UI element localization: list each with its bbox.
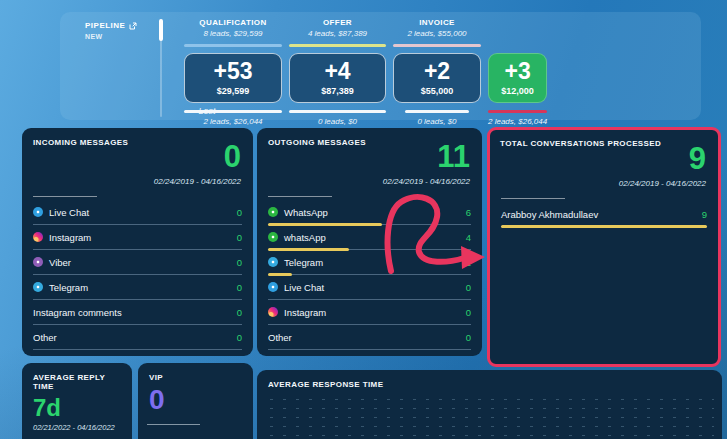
panel-title: TOTAL CONVERSATIONS PROCESSED: [500, 139, 708, 148]
stage-lost-bar: [488, 110, 547, 113]
stage-card-count: +2: [424, 60, 450, 83]
average-reply-time-panel: AVERAGE REPLY TIME 7d 02/21/2022 - 04/16…: [22, 363, 132, 439]
channel-label: Instagram: [49, 232, 237, 243]
stage-summary: 8 leads, $29,599: [203, 29, 262, 40]
channel-label: WhatsApp: [284, 207, 466, 218]
pipeline-status: NEW: [85, 33, 137, 40]
channel-label: Telegram: [284, 257, 466, 268]
channel-label: whatsApp: [284, 232, 466, 243]
whatsapp-icon: [268, 232, 278, 242]
channel-label: Instagram: [284, 307, 466, 318]
channel-row: whatsApp 4: [268, 225, 471, 250]
vip-panel: VIP 0: [138, 363, 253, 439]
pipeline-title: PIPELINE: [85, 21, 125, 30]
pipeline-stage: +3 $12,000 2 leads, $26,044: [488, 18, 547, 126]
pipeline-stage: OFFER 4 leads, $87,389 +4 $87,389 0 lead…: [289, 18, 386, 126]
stage-name: QUALIFICATION: [199, 18, 266, 28]
pipeline-widget: PIPELINE NEW +19 NEW Lost QUALIFICATION …: [60, 12, 701, 120]
stage-card-count: +53: [213, 60, 252, 83]
stage-card[interactable]: +4 $87,389: [289, 53, 386, 103]
channel-row: Live Chat 0: [268, 275, 471, 300]
divider: [33, 196, 97, 197]
date-range: 02/21/2022 - 04/16/2022: [33, 423, 121, 432]
scrollbar-thumb[interactable]: [159, 19, 163, 41]
pipeline-stage: QUALIFICATION 8 leads, $29,599 +53 $29,5…: [184, 18, 282, 126]
divider: [268, 196, 332, 197]
channel-row: WhatsApp 6: [268, 200, 471, 225]
stage-lost-summary: 2 leads, $26,044: [203, 117, 262, 126]
stage-card[interactable]: +2 $55,000: [393, 53, 481, 103]
panel-title: VIP: [149, 373, 242, 382]
channel-value: 0: [237, 232, 242, 243]
date-range: 02/24/2019 - 04/16/2022: [383, 177, 470, 186]
instagram-icon: [33, 232, 43, 242]
stage-card-amount: $29,599: [217, 86, 250, 96]
date-range: 02/24/2019 - 04/16/2022: [619, 179, 706, 188]
stage-progress-bar: [184, 44, 282, 47]
channel-list: WhatsApp 6 whatsApp 4 Telegram 1 Live Ch…: [268, 200, 471, 350]
channel-value: 0: [237, 207, 242, 218]
pipeline-stage: INVOICE 2 leads, $55,000 +2 $55,000 0 le…: [393, 18, 481, 126]
user-label: Arabboy Akhmadullaev: [501, 209, 702, 220]
divider: [501, 198, 565, 199]
panel-title: INCOMING MESSAGES: [33, 138, 242, 147]
stage-lost-summary: 0 leads, $0: [417, 117, 456, 126]
channel-value: 4: [466, 232, 471, 243]
pipeline-scrollbar[interactable]: [160, 19, 162, 117]
channel-value: 0: [466, 332, 471, 343]
channel-label: Viber: [49, 257, 237, 268]
stage-card[interactable]: +53 $29,599: [184, 53, 282, 103]
stage-card-amount: $55,000: [421, 86, 454, 96]
channel-row: Telegram 1: [268, 250, 471, 275]
channel-row: Other 0: [268, 325, 471, 350]
pipeline-stages: QUALIFICATION 8 leads, $29,599 +53 $29,5…: [184, 18, 547, 126]
channel-value: 0: [466, 282, 471, 293]
stage-name: OFFER: [323, 18, 352, 28]
channel-row: Other 0: [33, 325, 242, 350]
outgoing-total: 11: [437, 141, 470, 172]
user-bar: [501, 225, 707, 228]
channel-label: Other: [33, 332, 237, 343]
pipeline-link[interactable]: PIPELINE: [85, 21, 137, 30]
channel-list: Live Chat 0 Instagram 0 Viber 0 Telegram: [33, 200, 242, 350]
channel-value: 6: [466, 207, 471, 218]
stage-name: INVOICE: [419, 18, 455, 28]
channel-value: 0: [466, 307, 471, 318]
stage-card-amount: $12,000: [501, 86, 534, 96]
stage-card[interactable]: +3 $12,000: [488, 53, 547, 103]
user-value: 9: [702, 209, 707, 220]
stage-progress-bar: [289, 44, 386, 47]
channel-value: 0: [237, 257, 242, 268]
external-link-icon[interactable]: [129, 22, 137, 30]
stage-lost-summary: 0 leads, $0: [318, 117, 357, 126]
stage-summary: 2 leads, $55,000: [407, 29, 466, 40]
incoming-messages-panel: INCOMING MESSAGES 0 02/24/2019 - 04/16/2…: [22, 128, 253, 356]
divider: [147, 424, 200, 425]
user-row: Arabboy Akhmadullaev 9: [501, 202, 707, 227]
conversations-total: 9: [689, 143, 706, 174]
stage-progress-bar: [393, 44, 481, 47]
telegram-icon: [33, 282, 43, 292]
stage-card-count: +4: [324, 60, 350, 83]
outgoing-messages-panel: OUTGOING MESSAGES 11 02/24/2019 - 04/16/…: [257, 128, 482, 356]
total-conversations-panel: TOTAL CONVERSATIONS PROCESSED 9 02/24/20…: [487, 127, 721, 367]
livechat-icon: [268, 282, 278, 292]
channel-row: Viber 0: [33, 250, 242, 275]
channel-label: Other: [268, 332, 466, 343]
channel-value: 0: [237, 282, 242, 293]
stage-lost-summary: 2 leads, $26,044: [488, 117, 547, 126]
channel-value: 1: [466, 257, 471, 268]
panel-title: AVERAGE RESPONSE TIME: [268, 380, 711, 389]
chart-grid: [265, 395, 714, 439]
channel-value: 0: [237, 307, 242, 318]
channel-label: Live Chat: [284, 282, 466, 293]
telegram-icon: [268, 257, 278, 267]
incoming-total: 0: [224, 141, 241, 172]
livechat-icon: [33, 207, 43, 217]
panel-title: AVERAGE REPLY TIME: [33, 373, 121, 391]
channel-label: Telegram: [49, 282, 237, 293]
date-range: 02/24/2019 - 04/16/2022: [154, 177, 241, 186]
channel-row: Instagram comments 0: [33, 300, 242, 325]
stage-lost-bar: [289, 110, 386, 113]
vip-value: 0: [149, 386, 242, 414]
